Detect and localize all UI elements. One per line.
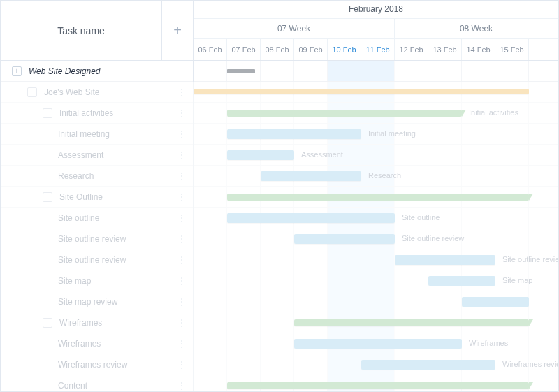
- timeline-day[interactable]: 07 Feb: [227, 39, 261, 60]
- row-menu-icon[interactable]: ⋮: [176, 170, 187, 182]
- gantt-summary-bar[interactable]: [294, 319, 529, 326]
- task-list-pane: Task name + +Web Site DesignedJoe's Web …: [1, 1, 194, 392]
- timeline-day[interactable]: 10 Feb: [328, 39, 361, 60]
- gantt-summary-bar[interactable]: [227, 382, 529, 389]
- row-menu-icon[interactable]: ⋮: [176, 338, 187, 349]
- task-row[interactable]: Site outline review⋮: [1, 228, 193, 249]
- task-row[interactable]: Site map review⋮: [1, 291, 193, 312]
- row-menu-icon[interactable]: ⋮: [176, 150, 187, 161]
- task-row[interactable]: Research⋮: [1, 166, 193, 187]
- task-row[interactable]: Assessment⋮: [1, 145, 193, 166]
- gantt-bar-label: Wireframes review: [502, 360, 558, 368]
- task-label: Initial activities: [59, 108, 176, 118]
- task-row[interactable]: Content⋮: [1, 375, 193, 392]
- timeline-row: Site map: [194, 270, 558, 291]
- timeline-row: [194, 61, 558, 82]
- task-label: Site Outline: [59, 192, 176, 202]
- gantt-task-bar[interactable]: [227, 213, 395, 223]
- task-checkbox[interactable]: [43, 318, 52, 328]
- task-row[interactable]: Site Outline⋮: [1, 187, 193, 208]
- task-row[interactable]: Site outline⋮: [1, 208, 193, 228]
- timeline-row: Site outline review: [194, 249, 558, 270]
- timeline-day[interactable]: 15 Feb: [495, 39, 529, 60]
- timeline-day[interactable]: 14 Feb: [462, 39, 495, 60]
- row-menu-icon[interactable]: ⋮: [176, 129, 187, 140]
- timeline-weeks: 07 Week08 Week: [194, 19, 558, 40]
- task-rows: +Web Site DesignedJoe's Web Site⋮Initial…: [1, 61, 193, 392]
- task-label: Site map: [58, 276, 176, 286]
- row-menu-icon[interactable]: ⋮: [176, 317, 187, 328]
- timeline-rows[interactable]: Initial activitiesInitial meetingAssessm…: [194, 61, 558, 392]
- row-menu-icon[interactable]: ⋮: [176, 296, 187, 307]
- gantt-task-bar[interactable]: [361, 360, 495, 370]
- task-label: Site map review: [58, 297, 176, 307]
- task-label: Site outline: [58, 213, 176, 223]
- timeline-row: Site outline: [194, 208, 558, 228]
- row-menu-icon[interactable]: ⋮: [176, 275, 187, 286]
- task-row[interactable]: Wireframes⋮: [1, 312, 193, 333]
- timeline-row: [194, 82, 558, 103]
- task-row[interactable]: +Web Site Designed: [1, 61, 193, 82]
- expand-icon[interactable]: +: [12, 66, 22, 76]
- row-menu-icon[interactable]: ⋮: [176, 108, 187, 119]
- timeline-row: Initial activities: [194, 103, 558, 124]
- gantt-task-bar[interactable]: [227, 150, 294, 160]
- row-menu-icon[interactable]: ⋮: [176, 254, 187, 266]
- timeline-day[interactable]: 13 Feb: [428, 39, 462, 60]
- gantt-summary-bar[interactable]: [194, 89, 529, 94]
- add-task-button[interactable]: +: [162, 1, 193, 60]
- timeline-header: February 2018 07 Week08 Week 06 Feb07 Fe…: [194, 1, 558, 61]
- gantt-task-bar[interactable]: [428, 276, 495, 286]
- gantt-bar-label: Site outline: [402, 213, 440, 222]
- task-name-column-header: Task name: [1, 1, 162, 60]
- row-menu-icon[interactable]: ⋮: [176, 87, 187, 98]
- task-label: Wireframes: [58, 339, 176, 349]
- gantt-task-bar[interactable]: [294, 339, 462, 349]
- timeline-row: [194, 291, 558, 312]
- gantt-summary-bar[interactable]: [227, 110, 462, 117]
- timeline-day[interactable]: 08 Feb: [261, 39, 294, 60]
- gantt-bar-label: Research: [368, 171, 401, 180]
- task-row[interactable]: Wireframes review⋮: [1, 354, 193, 375]
- row-menu-icon[interactable]: ⋮: [176, 233, 187, 245]
- task-checkbox[interactable]: [43, 192, 52, 202]
- task-label: Initial meeting: [58, 129, 176, 139]
- task-checkbox[interactable]: [27, 87, 37, 97]
- gantt-summary-bar[interactable]: [227, 194, 529, 201]
- gantt-app: Task name + +Web Site DesignedJoe's Web …: [0, 0, 559, 392]
- gantt-bar-label: Initial meeting: [368, 129, 416, 138]
- timeline-row: Wireframes review: [194, 354, 558, 375]
- gantt-milestone[interactable]: [227, 69, 255, 73]
- timeline-row: [194, 312, 558, 333]
- gantt-bar-label: Assessment: [301, 150, 343, 159]
- gantt-bar-label: Initial activities: [469, 108, 518, 117]
- timeline-days: 06 Feb07 Feb08 Feb09 Feb10 Feb11 Feb12 F…: [194, 39, 558, 60]
- task-row[interactable]: Site map⋮: [1, 270, 193, 291]
- gantt-task-bar[interactable]: [294, 234, 395, 244]
- task-row[interactable]: Site outline review⋮: [1, 249, 193, 270]
- timeline-day[interactable]: 12 Feb: [395, 39, 428, 60]
- row-menu-icon[interactable]: ⋮: [176, 191, 187, 203]
- task-row[interactable]: Initial meeting⋮: [1, 124, 193, 145]
- row-menu-icon[interactable]: ⋮: [176, 212, 187, 224]
- gantt-task-bar[interactable]: [395, 255, 495, 265]
- task-label: Wireframes review: [58, 360, 176, 370]
- timeline-row: Assessment: [194, 145, 558, 166]
- row-menu-icon[interactable]: ⋮: [176, 380, 187, 391]
- gantt-task-bar[interactable]: [261, 171, 361, 181]
- timeline-row: [194, 375, 558, 392]
- task-row[interactable]: Initial activities⋮: [1, 103, 193, 124]
- gantt-bar-label: Site outline review: [402, 234, 464, 242]
- task-label: Site outline review: [58, 255, 176, 265]
- timeline-row: [194, 187, 558, 208]
- task-row[interactable]: Joe's Web Site⋮: [1, 82, 193, 103]
- timeline-day[interactable]: 11 Feb: [361, 39, 395, 60]
- gantt-task-bar[interactable]: [462, 297, 529, 307]
- task-checkbox[interactable]: [43, 108, 52, 118]
- row-menu-icon[interactable]: ⋮: [176, 359, 187, 370]
- task-row[interactable]: Wireframes⋮: [1, 333, 193, 354]
- gantt-task-bar[interactable]: [227, 129, 361, 139]
- timeline-row: Wireframes: [194, 333, 558, 354]
- timeline-day[interactable]: 06 Feb: [194, 39, 227, 60]
- timeline-day[interactable]: 09 Feb: [294, 39, 328, 60]
